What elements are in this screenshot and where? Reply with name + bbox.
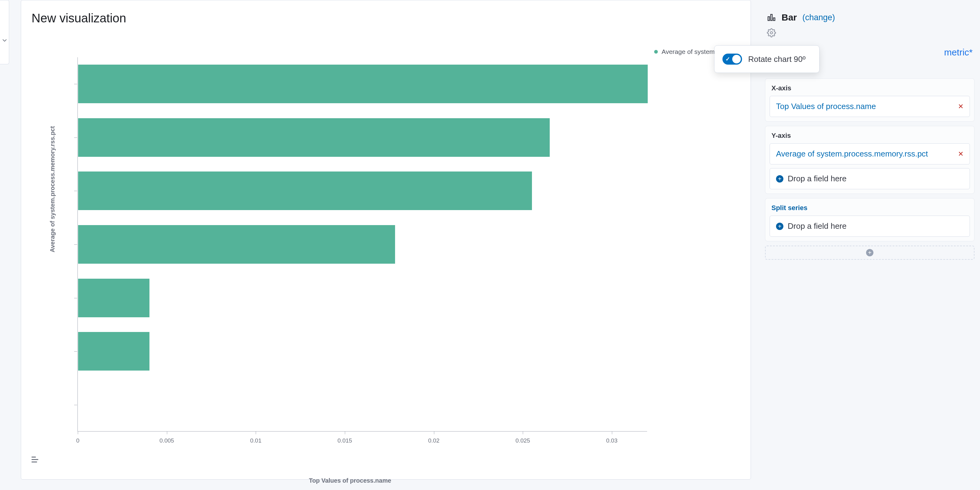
x-axis-tick: [256, 431, 256, 434]
x-axis-tick: [523, 431, 523, 434]
chart-area: Average of system.process.memory.rss.pct…: [53, 43, 647, 462]
index-pattern-link[interactable]: metric*: [944, 47, 973, 57]
split-series-drop-zone[interactable]: + Drop a field here: [770, 216, 970, 237]
collapsed-left-panel[interactable]: [0, 0, 9, 64]
chart-type-label: Bar: [781, 12, 797, 23]
x-axis-section: X-axis Top Values of process.name ✕: [765, 78, 975, 122]
y-axis-label: Average of system.process.memory.rss.pct: [49, 126, 56, 252]
chevron-down-icon: [1, 37, 8, 44]
chart-bar[interactable]: [78, 172, 532, 210]
x-axis-tick-label: 0.01: [250, 438, 261, 444]
rotate-chart-popover: ✓ Rotate chart 90º: [714, 45, 819, 73]
x-axis-tick-label: 0: [76, 438, 80, 444]
change-chart-type-link[interactable]: (change): [802, 13, 835, 22]
config-sidebar: Bar (change) metric* X-axis Top Values o…: [759, 0, 980, 490]
y-axis-tick: [74, 137, 77, 138]
y-axis-tick: [74, 405, 77, 405]
x-axis-tick-label: 0.005: [159, 438, 174, 444]
split-series-section: Split series + Drop a field here: [765, 198, 975, 241]
svg-rect-1: [771, 14, 772, 21]
plus-icon: +: [866, 249, 873, 256]
x-axis-tick: [78, 431, 78, 434]
list-icon[interactable]: [32, 457, 40, 465]
close-icon[interactable]: ✕: [958, 150, 964, 158]
x-axis-field-pill[interactable]: Top Values of process.name ✕: [770, 96, 970, 117]
split-series-label: Split series: [770, 203, 970, 216]
x-axis-field-text: Top Values of process.name: [776, 102, 876, 111]
x-axis-label: Top Values of process.name: [309, 477, 391, 484]
plus-icon: +: [776, 175, 783, 183]
rotate-chart-label: Rotate chart 90º: [748, 54, 805, 64]
x-axis-tick-label: 0.025: [515, 438, 530, 444]
x-axis-tick: [345, 431, 345, 434]
toggle-knob: [732, 55, 741, 64]
x-axis-tick-label: 0.015: [337, 438, 352, 444]
visualization-panel: New visualization Average of system.pro……: [21, 0, 751, 480]
drop-hint-text: Drop a field here: [788, 221, 846, 231]
y-axis-tick: [74, 351, 77, 352]
close-icon[interactable]: ✕: [958, 103, 964, 111]
chart-bar[interactable]: [78, 118, 550, 157]
chart-bar[interactable]: [78, 279, 150, 317]
check-icon: ✓: [725, 56, 730, 62]
y-axis-section-label: Y-axis: [770, 130, 970, 143]
x-axis-tick-label: 0.02: [428, 438, 439, 444]
legend-color-swatch: [654, 50, 658, 54]
x-axis-section-label: X-axis: [770, 83, 970, 96]
svg-rect-0: [768, 17, 770, 21]
y-axis-section: Y-axis Average of system.process.memory.…: [765, 126, 975, 194]
gear-icon[interactable]: [767, 28, 776, 37]
y-axis-field-pill[interactable]: Average of system.process.memory.rss.pct…: [770, 143, 970, 164]
x-axis-tick-label: 0.03: [606, 438, 617, 444]
visualization-title: New visualization: [32, 11, 126, 25]
add-layer-button[interactable]: +: [765, 246, 975, 260]
y-axis-drop-zone[interactable]: + Drop a field here: [770, 168, 970, 189]
plus-icon: +: [776, 223, 783, 230]
y-axis-field-text: Average of system.process.memory.rss.pct: [776, 149, 928, 159]
chart-bar[interactable]: [78, 65, 648, 103]
x-axis-tick: [167, 431, 167, 434]
rotate-chart-toggle[interactable]: ✓: [722, 54, 742, 65]
chart-bar[interactable]: [78, 332, 150, 371]
svg-point-3: [770, 32, 773, 34]
bar-chart-icon: [767, 13, 776, 22]
drop-hint-text: Drop a field here: [788, 174, 846, 183]
y-axis-tick: [74, 298, 77, 298]
chart-plot[interactable]: 00.0050.010.0150.020.0250.03: [78, 57, 647, 431]
x-axis-tick: [612, 431, 612, 434]
y-axis-tick: [74, 244, 77, 245]
chart-bar[interactable]: [78, 225, 395, 264]
svg-rect-2: [773, 18, 775, 21]
